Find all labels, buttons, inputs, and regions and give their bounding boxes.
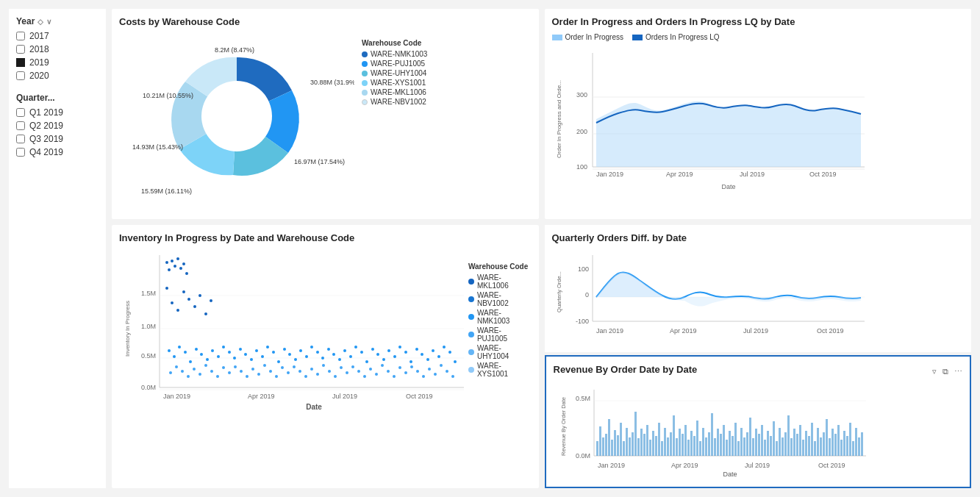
donut-panel: Costs by Warehouse Code 30.88M (31.9 <box>112 9 539 219</box>
svg-point-58 <box>283 348 286 351</box>
year-2019[interactable]: 2019 <box>16 57 99 68</box>
svg-text:1.5M: 1.5M <box>141 290 156 297</box>
svg-rect-253 <box>843 431 845 456</box>
svg-rect-223 <box>755 429 757 456</box>
legend-nmk1003: WARE-NMK1003 <box>362 50 427 58</box>
quarterly-chart: -100 0 100 Jan 2019 Apr 2019 Jul 2019 Oc… <box>552 248 868 343</box>
svg-point-52 <box>250 358 253 361</box>
svg-point-85 <box>432 349 434 352</box>
svg-point-142 <box>174 265 176 268</box>
q4-2019[interactable]: Q4 2019 <box>16 147 99 157</box>
svg-rect-214 <box>729 431 731 456</box>
clear-icon[interactable]: ◇ <box>37 18 43 26</box>
q1-checkbox[interactable] <box>16 108 25 117</box>
svg-text:Apr 2019: Apr 2019 <box>248 393 275 400</box>
year-label: Year <box>16 16 35 26</box>
filter-icon[interactable]: ▿ <box>932 367 937 376</box>
svg-point-28 <box>165 287 168 290</box>
year-2018[interactable]: 2018 <box>16 44 99 54</box>
svg-rect-240 <box>805 431 807 456</box>
svg-point-48 <box>228 351 231 354</box>
q2-checkbox[interactable] <box>16 121 25 130</box>
expand-icon[interactable]: ⧉ <box>943 367 948 376</box>
svg-rect-182 <box>634 412 637 456</box>
more-icon[interactable]: ⋯ <box>954 367 962 376</box>
svg-point-93 <box>187 375 190 378</box>
inv-legend-mkl: WARE-MKL1006 <box>468 273 532 290</box>
svg-rect-171 <box>602 437 604 456</box>
svg-text:Oct 2019: Oct 2019 <box>817 327 844 335</box>
dropdown-icon[interactable]: ∨ <box>46 18 51 26</box>
svg-point-133 <box>422 375 425 378</box>
svg-rect-176 <box>617 435 619 456</box>
donut-label-4: 14.93M (15.43%) <box>132 143 183 151</box>
donut-label-6: 8.2M (8.47%) <box>215 46 254 54</box>
svg-rect-225 <box>761 425 763 456</box>
svg-point-117 <box>328 370 331 373</box>
svg-point-34 <box>198 294 201 297</box>
svg-point-99 <box>222 366 225 369</box>
q4-checkbox[interactable] <box>16 148 25 157</box>
svg-rect-206 <box>705 437 707 456</box>
quarterly-panel: Quarterly Orders Diff. by Date -100 0 10… <box>545 225 972 352</box>
year-2020[interactable]: 2020 <box>16 71 99 81</box>
svg-text:100: 100 <box>577 265 588 273</box>
svg-rect-193 <box>667 437 669 456</box>
svg-text:Jan 2019: Jan 2019 <box>596 171 623 178</box>
svg-point-81 <box>409 360 412 363</box>
year-2020-checkbox[interactable] <box>16 71 25 80</box>
svg-text:Jul 2019: Jul 2019 <box>332 393 357 400</box>
svg-point-84 <box>426 358 429 361</box>
revenue-chart: 0.0M 0.5M Jan 2019 Apr 2019 Jul 2019 Oct… <box>554 382 870 478</box>
legend-uhy1004: WARE-UHY1004 <box>362 69 427 77</box>
svg-text:Jul 2019: Jul 2019 <box>743 327 768 335</box>
svg-point-73 <box>365 360 368 363</box>
svg-rect-242 <box>811 423 813 456</box>
svg-rect-221 <box>749 418 751 456</box>
svg-rect-246 <box>823 432 825 456</box>
revenue-header: Revenue By Order Date by Date ▿ ⧉ ⋯ <box>554 364 963 379</box>
scatter-dots-3 <box>169 364 454 378</box>
q2-2019[interactable]: Q2 2019 <box>16 121 99 131</box>
svg-rect-238 <box>799 425 801 456</box>
svg-rect-207 <box>708 432 710 456</box>
legend-order-ip: Order In Progress <box>552 33 623 41</box>
year-2017-checkbox[interactable] <box>16 32 25 40</box>
svg-rect-254 <box>846 436 848 456</box>
svg-point-74 <box>371 348 374 351</box>
svg-rect-179 <box>626 428 628 456</box>
revenue-title: Revenue By Order Date by Date <box>554 364 698 375</box>
svg-rect-226 <box>764 440 766 456</box>
svg-text:Jan 2019: Jan 2019 <box>598 462 625 469</box>
year-2019-checkbox-filled[interactable] <box>16 58 25 67</box>
svg-point-120 <box>346 371 348 374</box>
svg-point-128 <box>393 375 396 378</box>
svg-text:Oct 2019: Oct 2019 <box>818 462 845 469</box>
svg-rect-224 <box>758 434 760 456</box>
svg-point-67 <box>332 353 335 356</box>
svg-rect-244 <box>817 428 819 456</box>
svg-point-46 <box>217 355 220 358</box>
svg-point-83 <box>421 353 423 356</box>
q1-2019[interactable]: Q1 2019 <box>16 107 99 118</box>
svg-rect-210 <box>717 429 719 456</box>
svg-point-112 <box>298 370 301 373</box>
year-2018-checkbox[interactable] <box>16 45 25 54</box>
svg-text:Apr 2019: Apr 2019 <box>670 327 697 335</box>
svg-point-136 <box>440 364 443 367</box>
svg-text:200: 200 <box>576 128 587 135</box>
svg-point-54 <box>261 355 264 358</box>
legend-mkl1006: WARE-MKL1006 <box>362 88 427 96</box>
svg-rect-181 <box>632 432 634 456</box>
q3-checkbox[interactable] <box>16 135 25 143</box>
svg-text:Quarterly Orde...: Quarterly Orde... <box>556 271 562 312</box>
q3-2019[interactable]: Q3 2019 <box>16 134 99 144</box>
svg-rect-183 <box>637 438 640 456</box>
svg-point-108 <box>275 375 278 378</box>
svg-text:Jul 2019: Jul 2019 <box>745 462 770 469</box>
svg-point-129 <box>398 366 401 369</box>
svg-point-32 <box>187 298 190 301</box>
year-2017[interactable]: 2017 <box>16 31 99 41</box>
svg-rect-199 <box>684 425 687 456</box>
inventory-chart: 0.0M 0.5M 1.0M 1.5M Jan 2019 Apr 2019 Ju… <box>119 248 464 417</box>
